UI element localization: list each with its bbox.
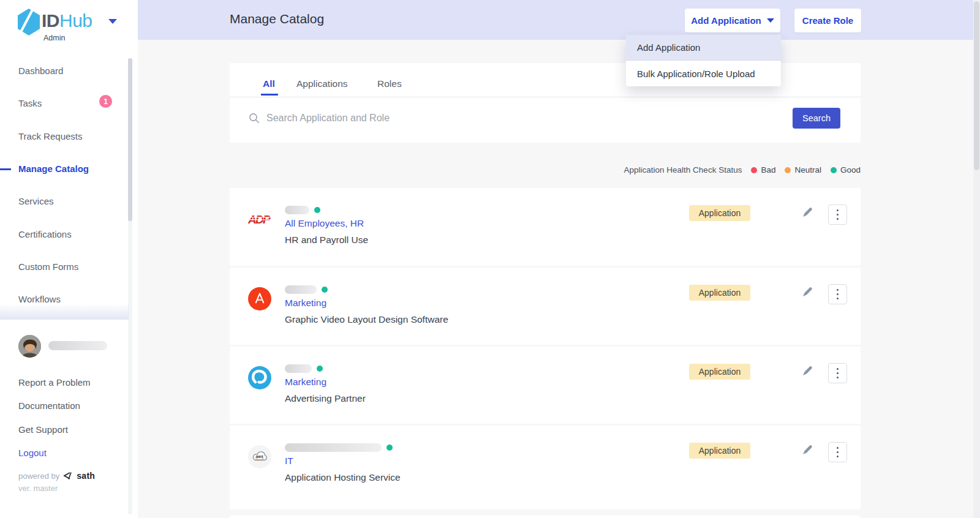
menu-item-bulk-upload[interactable]: Bulk Application/Role Upload (626, 61, 781, 86)
add-application-dropdown-menu: Add Application Bulk Application/Role Up… (626, 35, 781, 86)
adobe-logo (248, 287, 271, 310)
app-description: Advertising Partner (285, 393, 366, 404)
application-row: Marketing Graphic Video Layout Design So… (230, 268, 861, 345)
report-a-problem-link[interactable]: Report a Problem (18, 377, 91, 388)
app-role-link[interactable]: Marketing (285, 298, 326, 309)
adp-logo: ADP (248, 210, 271, 228)
legend-label: Application Health Check Status (624, 165, 742, 175)
application-type-badge: Application (689, 364, 750, 380)
redacted-app-name (285, 206, 309, 214)
app-description: Graphic Video Layout Design Software (285, 314, 448, 325)
sidebar-item-custom-forms[interactable]: Custom Forms (18, 261, 78, 272)
list-row-partial (230, 516, 861, 518)
bad-status-dot-icon (751, 167, 757, 173)
sidebar: IDHub Admin Dashboard Tasks 1 Track Requ… (0, 0, 138, 518)
app-description: Application Hosting Service (285, 472, 401, 483)
search-icon (249, 113, 260, 124)
legend-item-good: Good (831, 165, 861, 175)
health-check-legend: Application Health Check Status Bad Neut… (230, 165, 861, 175)
app-role-link[interactable]: Marketing (285, 377, 326, 388)
page-title: Manage Catalog (230, 12, 324, 26)
sidebar-item-dashboard[interactable]: Dashboard (18, 66, 63, 77)
sidebar-scroll-fade (0, 304, 129, 320)
app-description: HR and Payroll Use (285, 235, 368, 246)
search-button[interactable]: Search (793, 108, 840, 129)
app-role-link[interactable]: IT (285, 456, 293, 467)
legend-item-bad: Bad (751, 165, 775, 175)
advertising-swirl-logo (248, 366, 271, 389)
application-row: ADP All Employees, HR HR and Payroll Use… (230, 188, 861, 266)
sidebar-item-manage-catalog[interactable]: Manage Catalog (18, 163, 89, 175)
active-nav-indicator (0, 168, 11, 170)
row-actions-kebab-icon[interactable] (828, 363, 847, 383)
edit-pencil-icon[interactable] (801, 365, 813, 377)
row-actions-kebab-icon[interactable] (828, 205, 847, 225)
brand-dropdown-caret-icon[interactable] (108, 19, 117, 24)
good-status-dot-icon (317, 366, 323, 372)
application-type-badge: Application (689, 205, 750, 221)
sidebar-item-tasks[interactable]: Tasks (18, 98, 42, 109)
good-status-dot-icon (386, 445, 393, 451)
edit-pencil-icon[interactable] (801, 444, 813, 456)
sidebar-scrollbar-thumb[interactable] (128, 58, 132, 221)
good-status-dot-icon (831, 167, 837, 173)
page-header: Manage Catalog Add Application Create Ro… (138, 0, 973, 40)
menu-item-add-application[interactable]: Add Application (626, 35, 781, 61)
good-status-dot-icon (322, 287, 328, 293)
application-type-badge: Application (689, 285, 750, 301)
user-avatar[interactable] (18, 335, 41, 358)
tab-all[interactable]: All (263, 78, 275, 89)
brand-wordmark: IDHub (42, 10, 92, 31)
page-scrollbar-thumb[interactable] (974, 1, 979, 170)
search-input[interactable] (266, 108, 658, 128)
get-support-link[interactable]: Get Support (18, 424, 68, 435)
application-row: Marketing Advertising Partner Applicatio… (230, 347, 861, 424)
redacted-app-name (285, 364, 312, 373)
logout-link[interactable]: Logout (18, 448, 47, 458)
row-actions-kebab-icon[interactable] (828, 442, 847, 462)
sidebar-item-certifications[interactable]: Certifications (18, 229, 72, 240)
create-role-button[interactable]: Create Role (794, 9, 861, 32)
tab-applications[interactable]: Applications (296, 78, 348, 89)
version-label: ver. master (18, 484, 58, 493)
tasks-count-badge: 1 (99, 95, 112, 108)
powered-by: powered by sath (18, 471, 95, 481)
application-row: aws IT Application Hosting Service Appli… (230, 426, 861, 509)
sidebar-item-services[interactable]: Services (18, 196, 54, 207)
active-tab-underline (261, 94, 278, 96)
good-status-dot-icon (314, 207, 320, 213)
add-application-button[interactable]: Add Application (685, 9, 780, 32)
sath-brand-text: sath (77, 471, 95, 481)
sidebar-item-track-requests[interactable]: Track Requests (18, 131, 82, 142)
idhub-hexagon-logo-icon (16, 8, 42, 36)
legend-item-neutral: Neutral (785, 165, 821, 175)
app-role-link[interactable]: All Employees, HR (285, 218, 364, 229)
tab-roles[interactable]: Roles (377, 78, 402, 89)
brand-subtitle: Admin (43, 34, 65, 42)
edit-pencil-icon[interactable] (801, 286, 813, 298)
documentation-link[interactable]: Documentation (18, 400, 80, 411)
redacted-app-name (285, 285, 317, 294)
tabs-divider (230, 97, 861, 97)
sath-logo-icon (63, 472, 73, 479)
aws-cloud-logo: aws (248, 445, 271, 468)
svg-text:aws: aws (256, 454, 264, 459)
redacted-user-name (48, 341, 107, 350)
redacted-app-name (285, 443, 382, 452)
application-type-badge: Application (689, 443, 750, 459)
row-actions-kebab-icon[interactable] (828, 284, 847, 304)
edit-pencil-icon[interactable] (801, 206, 813, 219)
chevron-down-icon (767, 18, 774, 23)
neutral-status-dot-icon (785, 167, 791, 173)
